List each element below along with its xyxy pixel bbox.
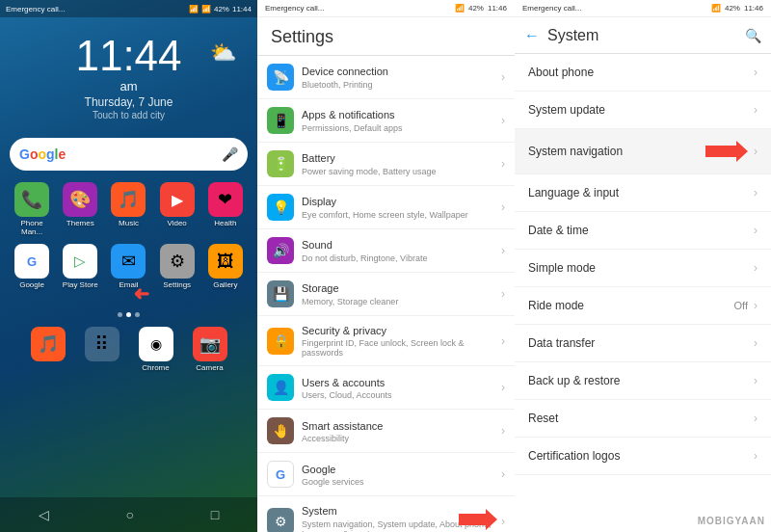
app-health-icon: ❤ [208,182,243,217]
settings-item-sound[interactable]: 🔊 Sound Do not disturb, Ringtone, Vibrat… [257,229,515,273]
system-battery: 42% [725,4,740,13]
system-datatransfer-right: › [754,336,758,350]
settings-item-google[interactable]: G Google Google services › [257,453,515,496]
settings-item-smart[interactable]: 🤚 Smart assistance Accessibility › [257,410,515,453]
system-item-backup[interactable]: Back up & restore › [515,362,771,400]
system-signal-icon: 📶 [711,4,721,13]
system-header-left: ← System [524,27,598,44]
settings-item-device[interactable]: 📡 Device connection Bluetooth, Printing … [257,56,515,99]
settings-system-chevron: › [501,515,505,528]
app-playstore-icon: ▷ [63,244,97,279]
settings-device-subtitle: Bluetooth, Printing [302,80,501,90]
system-item-ride[interactable]: Ride mode Off › [515,287,771,325]
app-google[interactable]: G Google [11,244,53,289]
settings-item-battery[interactable]: 🔋 Battery Power saving mode, Battery usa… [257,143,515,186]
settings-display-title: Display [302,195,501,208]
app-playstore[interactable]: ▷ Play Store [59,244,101,289]
app-video[interactable]: ▶ Video [156,182,199,236]
system-item-datatransfer[interactable]: Data transfer › [515,325,771,362]
app-misc1[interactable]: 🎵 [27,327,69,372]
home-back-button[interactable]: ◁ [39,507,49,522]
home-search-bar[interactable]: Google 🎤 [10,138,248,171]
settings-storage-icon: 💾 [267,280,294,307]
system-update-label: System update [528,103,605,117]
system-status-right: 📶 42% 11:46 [711,4,763,13]
settings-battery-chevron: › [501,157,505,171]
system-time: 11:46 [744,4,763,13]
home-status-right: 📶 📶 42% 11:44 [189,5,252,13]
app-phone[interactable]: 📞 Phone Man... [11,182,53,236]
settings-item-security[interactable]: 🔒 Security & privacy Fingerprint ID, Fac… [257,316,515,366]
system-item-update[interactable]: System update › [515,92,771,129]
settings-item-apps[interactable]: 📱 Apps & notifications Permissions, Defa… [257,99,515,143]
home-home-button[interactable]: ○ [126,507,134,522]
system-item-simple[interactable]: Simple mode › [515,250,771,287]
system-datatransfer-chevron: › [754,336,758,350]
system-ride-value: Off [734,300,748,311]
system-reset-label: Reset [528,412,558,425]
red-arrow-system [459,509,497,532]
system-item-navigation[interactable]: System navigation › [515,129,771,174]
system-item-cert[interactable]: Certification logos › [515,438,771,475]
system-about-label: About phone [528,66,594,79]
system-header: ← System 🔍 [515,17,771,54]
system-search-button[interactable]: 🔍 [745,28,761,43]
system-reset-chevron: › [754,412,758,425]
settings-device-icon: 📡 [267,64,294,91]
app-gallery[interactable]: 🖼 Gallery [204,244,247,289]
system-item-reset[interactable]: Reset › [515,400,771,438]
app-themes[interactable]: 🎨 Themes [59,182,101,236]
settings-time: 11:46 [488,4,507,13]
home-recents-button[interactable]: □ [211,507,219,522]
home-status-bar: Emergency call... 📶 📶 42% 11:44 [0,0,257,17]
settings-item-system[interactable]: ⚙ System System navigation, System updat… [257,496,515,532]
settings-item-display[interactable]: 💡 Display Eye comfort, Home screen style… [257,186,515,229]
settings-item-users[interactable]: 👤 Users & accounts Users, Cloud, Account… [257,366,515,410]
system-cert-right: › [754,449,758,463]
settings-battery-title: Battery [302,151,501,165]
home-clock-date: Thursday, 7 June [0,95,257,109]
app-google-icon: G [14,244,49,279]
system-cert-label: Certification logos [528,449,620,463]
home-clock-touch[interactable]: Touch to add city [0,110,257,120]
settings-apps-subtitle: Permissions, Default apps [302,123,501,133]
settings-panel: Emergency call... 📶 42% 11:46 Settings 📡… [257,0,515,532]
settings-item-storage[interactable]: 💾 Storage Memory, Storage cleaner › [257,273,515,316]
system-ride-right: Off › [734,299,758,312]
system-item-datetime[interactable]: Date & time › [515,212,771,250]
app-camera[interactable]: 📷 Camera [189,327,231,372]
app-chrome-label: Chrome [142,363,169,372]
settings-users-icon: 👤 [267,374,294,401]
home-clock-ampm: am [0,79,257,93]
app-chrome-icon: ◉ [139,327,173,361]
settings-battery-text: Battery Power saving mode, Battery usage [302,151,501,175]
settings-sound-subtitle: Do not disturb, Ringtone, Vibrate [302,253,501,263]
app-video-icon: ▶ [160,182,195,217]
app-chrome[interactable]: ◉ Chrome [135,327,177,372]
settings-display-chevron: › [501,200,505,214]
app-settings[interactable]: ⚙ Settings [156,244,199,289]
system-back-button[interactable]: ← [524,27,540,44]
system-language-right: › [754,186,758,200]
app-settings-label: Settings [163,280,191,289]
system-simple-chevron: › [754,261,758,275]
system-cert-chevron: › [754,449,758,463]
app-music-icon: 🎵 [111,182,146,217]
app-music[interactable]: 🎵 Music [107,182,149,236]
system-item-language[interactable]: Language & input › [515,174,771,212]
settings-display-text: Display Eye comfort, Home screen style, … [302,195,501,219]
system-language-chevron: › [754,186,758,200]
settings-sound-icon: 🔊 [267,237,294,264]
system-item-about[interactable]: About phone › [515,54,771,92]
system-panel: Emergency call... 📶 42% 11:46 ← System 🔍… [515,0,771,532]
app-email[interactable]: ✉ Email [107,244,149,289]
settings-system-icon: ⚙ [267,508,294,532]
settings-sound-title: Sound [302,238,501,252]
home-mic-icon[interactable]: 🎤 [222,146,238,162]
app-grid[interactable]: ⠿ [81,327,123,372]
settings-security-icon: 🔒 [267,328,294,355]
svg-marker-1 [705,141,748,162]
app-health[interactable]: ❤ Health [204,182,247,236]
home-google-logo: Google [19,146,222,162]
system-datetime-right: › [754,224,758,237]
